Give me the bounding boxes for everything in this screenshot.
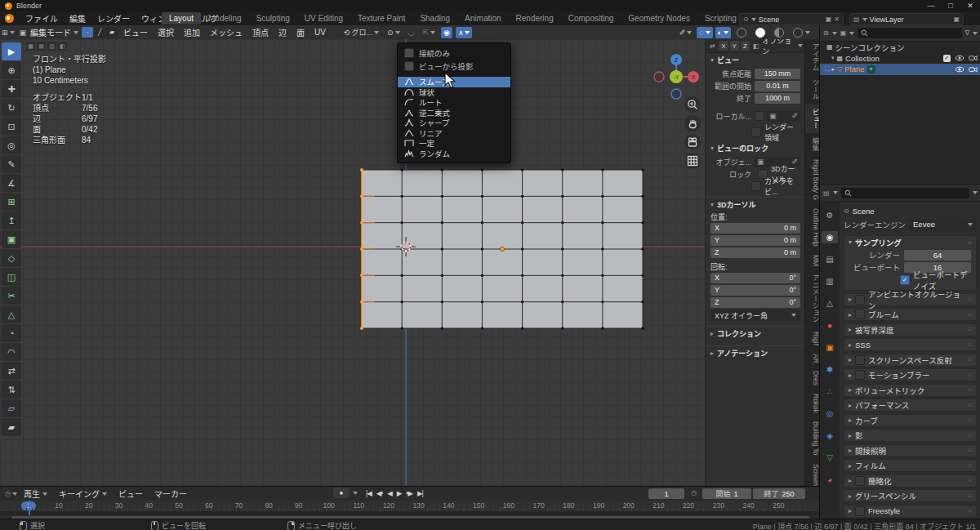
sidebar-tab[interactable]: Rokok bbox=[805, 390, 819, 417]
scene-selector[interactable]: ⊙ Scene ▣ ✕ bbox=[739, 13, 844, 25]
timeline-ruler[interactable]: 1 10 20 30 40 bbox=[0, 501, 819, 511]
keying-menu[interactable]: キーイング bbox=[54, 488, 112, 500]
falloff-menu-item[interactable]: ランダム bbox=[398, 149, 510, 159]
hide-eye-icon[interactable] bbox=[955, 66, 964, 73]
properties-search-input[interactable] bbox=[841, 188, 969, 198]
viewport-menu-item[interactable]: 辺 bbox=[274, 26, 292, 38]
falloff-option-row[interactable]: ビューから投影 bbox=[398, 60, 510, 73]
tool-button[interactable]: ✎ bbox=[2, 155, 21, 173]
workspace-tab[interactable]: UV Editing bbox=[297, 12, 350, 24]
pan-button[interactable] bbox=[684, 115, 701, 131]
panel-checkbox[interactable] bbox=[855, 506, 865, 516]
sidebar-tab[interactable]: ツール bbox=[805, 75, 819, 105]
workspace-tab[interactable]: Compositing bbox=[561, 12, 621, 24]
keying-set-dropdown[interactable] bbox=[353, 492, 358, 495]
axis-value-field[interactable]: Z 0° bbox=[710, 297, 800, 308]
current-frame-field[interactable]: 1 bbox=[648, 488, 684, 499]
xray-toggle-dropdown[interactable]: ◐ bbox=[715, 27, 731, 38]
viewport-menu-item[interactable]: 面 bbox=[292, 26, 310, 38]
blender-menu-icon[interactable] bbox=[5, 14, 14, 23]
workspace-tab[interactable]: Modeling bbox=[201, 12, 249, 24]
wireframe-shading-button[interactable] bbox=[733, 27, 750, 38]
widget-icon[interactable]: ◧ bbox=[58, 42, 67, 51]
properties-tab[interactable]: ● bbox=[822, 319, 838, 332]
widget-icon[interactable]: ▤ bbox=[37, 42, 46, 51]
collapsed-panel[interactable]: ▸ パフォーマンス ≡ bbox=[844, 399, 977, 412]
axis-value-field[interactable]: X 0° bbox=[710, 273, 800, 283]
filter-dropdown[interactable] bbox=[973, 191, 978, 194]
sidebar-tab[interactable]: Screencast Ke bbox=[805, 460, 819, 486]
properties-tab[interactable]: ▽ bbox=[822, 452, 838, 464]
tool-button[interactable]: ▣ bbox=[2, 230, 21, 248]
transport-button[interactable]: ▶ bbox=[397, 489, 402, 497]
viewport-menu-item[interactable]: UV bbox=[310, 28, 331, 37]
tool-button[interactable]: △ bbox=[2, 305, 21, 323]
properties-tab[interactable]: ✱ bbox=[822, 363, 838, 376]
menu-item[interactable]: ファイル bbox=[20, 11, 64, 26]
playback-menu[interactable]: 再生 bbox=[19, 488, 52, 500]
toggle-ortho-button[interactable] bbox=[684, 153, 701, 169]
falloff-menu-item[interactable]: シャープ bbox=[398, 118, 510, 128]
auto-keying-button[interactable]: ● bbox=[333, 488, 350, 498]
panel-checkbox[interactable] bbox=[855, 370, 865, 380]
workspace-tab[interactable]: Geometry Nodes bbox=[621, 12, 697, 24]
value-field[interactable]: 1000 m bbox=[755, 93, 800, 104]
mirror-x-toggle[interactable]: X bbox=[719, 41, 728, 51]
playhead[interactable] bbox=[29, 501, 30, 515]
checkbox-icon[interactable] bbox=[404, 48, 414, 58]
tool-button[interactable]: ✂ bbox=[2, 287, 21, 305]
tool-button[interactable]: ⇄ bbox=[2, 362, 21, 380]
transport-button[interactable]: |◀ bbox=[366, 489, 372, 497]
falloff-menu-item[interactable]: ルート bbox=[398, 97, 510, 108]
workspace-tab[interactable]: Texture Paint bbox=[350, 12, 412, 24]
tool-button[interactable]: ◔ bbox=[2, 324, 21, 342]
collapsed-panel[interactable]: ▸ 影 ≡ bbox=[844, 429, 977, 442]
gizmo-x-neg-axis[interactable] bbox=[654, 72, 664, 82]
panel-checkbox[interactable] bbox=[855, 476, 865, 486]
view-menu[interactable]: ビュー bbox=[114, 488, 148, 500]
editor-type-icon[interactable]: ▤ bbox=[823, 189, 830, 197]
collapsed-panel[interactable]: ▸ カーブ ≡ bbox=[844, 414, 977, 427]
workspace-tab[interactable]: Rendering bbox=[509, 12, 561, 24]
tool-button[interactable]: ↥ bbox=[2, 212, 21, 229]
properties-tab[interactable]: ▥ bbox=[822, 275, 838, 287]
value-field[interactable]: 64 bbox=[904, 250, 971, 261]
solid-shading-button[interactable] bbox=[752, 27, 768, 38]
transport-button[interactable]: •▶ bbox=[406, 489, 412, 497]
snap-dropdown[interactable]: ⇱ bbox=[420, 27, 438, 38]
collapsed-section-header[interactable]: ▸ コレクション bbox=[706, 326, 805, 341]
widget-icon[interactable]: ▥ bbox=[47, 42, 56, 51]
sidebar-tab[interactable]: Dres bbox=[805, 367, 819, 390]
collapsed-panel[interactable]: ▸ フィルム ≡ bbox=[844, 459, 977, 472]
axis-value-field[interactable]: Y 0 m bbox=[710, 235, 800, 246]
lock-camera-checkbox[interactable] bbox=[751, 181, 761, 191]
viewport-menu-item[interactable]: 選択 bbox=[153, 26, 179, 38]
menu-item[interactable]: レンダー bbox=[91, 11, 136, 26]
editor-type-icon[interactable]: ◷ bbox=[5, 490, 11, 497]
axis-value-field[interactable]: Y 0° bbox=[710, 285, 800, 296]
orientation-dropdown[interactable]: ⟲ グロ... bbox=[341, 27, 381, 38]
proportional-falloff-dropdown[interactable]: ∧ bbox=[456, 27, 473, 38]
scene-collection-row[interactable]: ▦ シーンコレクション bbox=[820, 42, 980, 53]
workspace-tab[interactable]: Layout bbox=[162, 12, 201, 24]
viewport-menu-item[interactable]: 追加 bbox=[179, 26, 205, 38]
collapsed-panel[interactable]: ▸ SSS ≡ bbox=[844, 338, 977, 351]
object-row-plane[interactable]: ⛶ ▸ ▽ Plane ▼ bbox=[820, 64, 980, 75]
tool-button[interactable]: ◫ bbox=[2, 268, 21, 286]
viewport-menu-item[interactable]: メッシュ bbox=[205, 26, 247, 38]
sidebar-tab[interactable]: Outline Help bbox=[805, 204, 819, 251]
close-button[interactable]: ✕ bbox=[960, 0, 980, 11]
outliner-search-input[interactable] bbox=[858, 28, 961, 38]
frame-start-field[interactable]: 開始 1 bbox=[702, 488, 751, 499]
timeline-track[interactable] bbox=[0, 511, 819, 515]
properties-tab[interactable]: ▤ bbox=[822, 253, 838, 265]
tool-button[interactable]: ⊞ bbox=[2, 193, 21, 211]
new-scene-icon[interactable]: ▣ bbox=[826, 16, 832, 23]
hide-eye-icon[interactable] bbox=[955, 55, 964, 61]
tool-button[interactable]: ▱ bbox=[2, 399, 21, 417]
material-shading-button[interactable] bbox=[771, 27, 787, 38]
collapsed-panel[interactable]: ▸ ボリューメトリック ≡ bbox=[844, 384, 977, 397]
snap-toggle[interactable]: ◡ bbox=[406, 27, 417, 38]
local-camera-checkbox[interactable] bbox=[755, 111, 764, 121]
vertex-select-mode-button[interactable]: ∙ bbox=[82, 27, 93, 38]
